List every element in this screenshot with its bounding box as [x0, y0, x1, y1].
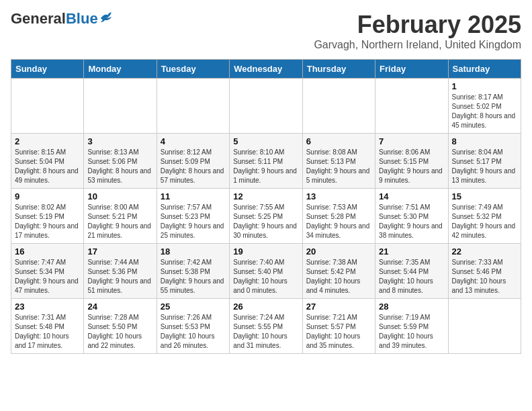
day-info: Sunrise: 7:53 AM Sunset: 5:28 PM Dayligh… [306, 203, 371, 240]
calendar-cell: 22Sunrise: 7:33 AM Sunset: 5:46 PM Dayli… [448, 244, 521, 299]
day-number: 1 [452, 81, 517, 91]
calendar-cell: 7Sunrise: 8:06 AM Sunset: 5:15 PM Daylig… [375, 134, 448, 189]
day-info: Sunrise: 8:13 AM Sunset: 5:06 PM Dayligh… [87, 148, 152, 185]
day-info: Sunrise: 7:49 AM Sunset: 5:32 PM Dayligh… [452, 203, 517, 240]
day-info: Sunrise: 8:06 AM Sunset: 5:15 PM Dayligh… [379, 148, 444, 185]
calendar-cell: 19Sunrise: 7:40 AM Sunset: 5:40 PM Dayli… [230, 244, 302, 299]
day-info: Sunrise: 7:57 AM Sunset: 5:23 PM Dayligh… [161, 203, 226, 240]
calendar-week-row: 9Sunrise: 8:02 AM Sunset: 5:19 PM Daylig… [11, 189, 521, 244]
calendar-cell [84, 79, 157, 134]
weekday-header-row: SundayMondayTuesdayWednesdayThursdayFrid… [11, 60, 521, 79]
weekday-header-tuesday: Tuesday [157, 60, 229, 79]
day-number: 10 [87, 191, 152, 201]
day-number: 19 [233, 246, 298, 257]
calendar-cell [448, 299, 521, 354]
day-number: 24 [87, 302, 152, 312]
day-info: Sunrise: 7:55 AM Sunset: 5:25 PM Dayligh… [233, 203, 298, 240]
day-number: 28 [379, 302, 444, 312]
day-info: Sunrise: 7:28 AM Sunset: 5:50 PM Dayligh… [87, 313, 152, 351]
calendar-cell [157, 79, 229, 134]
day-number: 7 [379, 136, 444, 146]
calendar-cell [11, 79, 84, 134]
calendar-week-row: 2Sunrise: 8:15 AM Sunset: 5:04 PM Daylig… [11, 134, 521, 189]
day-number: 26 [233, 302, 298, 312]
day-info: Sunrise: 7:24 AM Sunset: 5:55 PM Dayligh… [233, 313, 298, 351]
day-info: Sunrise: 8:00 AM Sunset: 5:21 PM Dayligh… [87, 203, 152, 240]
calendar-cell: 11Sunrise: 7:57 AM Sunset: 5:23 PM Dayli… [157, 189, 229, 244]
calendar-cell: 2Sunrise: 8:15 AM Sunset: 5:04 PM Daylig… [11, 134, 84, 189]
day-number: 4 [161, 136, 226, 146]
day-number: 14 [379, 191, 444, 201]
day-info: Sunrise: 8:10 AM Sunset: 5:11 PM Dayligh… [233, 148, 298, 185]
day-number: 21 [379, 246, 444, 257]
day-info: Sunrise: 7:40 AM Sunset: 5:40 PM Dayligh… [233, 258, 298, 295]
day-number: 20 [306, 246, 371, 257]
page-header: GeneralBlue February 2025 Garvagh, North… [11, 11, 521, 51]
calendar-cell: 23Sunrise: 7:31 AM Sunset: 5:48 PM Dayli… [11, 299, 84, 354]
logo: GeneralBlue [11, 11, 114, 27]
weekday-header-monday: Monday [84, 60, 157, 79]
day-number: 6 [306, 136, 371, 146]
month-title: February 2025 [314, 11, 521, 39]
day-info: Sunrise: 7:38 AM Sunset: 5:42 PM Dayligh… [306, 258, 371, 295]
day-info: Sunrise: 7:33 AM Sunset: 5:46 PM Dayligh… [452, 258, 517, 295]
logo-text: GeneralBlue [11, 11, 98, 27]
day-number: 22 [452, 246, 517, 257]
calendar-cell: 4Sunrise: 8:12 AM Sunset: 5:09 PM Daylig… [157, 134, 229, 189]
calendar-cell: 1Sunrise: 8:17 AM Sunset: 5:02 PM Daylig… [448, 79, 521, 134]
day-info: Sunrise: 7:51 AM Sunset: 5:30 PM Dayligh… [379, 203, 444, 240]
calendar-week-row: 16Sunrise: 7:47 AM Sunset: 5:34 PM Dayli… [11, 244, 521, 299]
calendar-week-row: 1Sunrise: 8:17 AM Sunset: 5:02 PM Daylig… [11, 79, 521, 134]
calendar-cell: 10Sunrise: 8:00 AM Sunset: 5:21 PM Dayli… [84, 189, 157, 244]
day-info: Sunrise: 7:21 AM Sunset: 5:57 PM Dayligh… [306, 313, 371, 351]
day-number: 16 [15, 246, 80, 257]
day-info: Sunrise: 7:44 AM Sunset: 5:36 PM Dayligh… [87, 258, 152, 295]
calendar-cell: 6Sunrise: 8:08 AM Sunset: 5:13 PM Daylig… [302, 134, 375, 189]
calendar-cell: 15Sunrise: 7:49 AM Sunset: 5:32 PM Dayli… [448, 189, 521, 244]
calendar-table: SundayMondayTuesdayWednesdayThursdayFrid… [11, 59, 521, 354]
logo-bird-icon [99, 11, 114, 24]
calendar-cell: 8Sunrise: 8:04 AM Sunset: 5:17 PM Daylig… [448, 134, 521, 189]
day-info: Sunrise: 7:19 AM Sunset: 5:59 PM Dayligh… [379, 313, 444, 351]
day-info: Sunrise: 7:47 AM Sunset: 5:34 PM Dayligh… [15, 258, 80, 295]
weekday-header-sunday: Sunday [11, 60, 84, 79]
day-info: Sunrise: 8:12 AM Sunset: 5:09 PM Dayligh… [161, 148, 226, 185]
day-info: Sunrise: 8:02 AM Sunset: 5:19 PM Dayligh… [15, 203, 80, 240]
weekday-header-saturday: Saturday [448, 60, 521, 79]
calendar-cell: 18Sunrise: 7:42 AM Sunset: 5:38 PM Dayli… [157, 244, 229, 299]
weekday-header-wednesday: Wednesday [230, 60, 302, 79]
calendar-week-row: 23Sunrise: 7:31 AM Sunset: 5:48 PM Dayli… [11, 299, 521, 354]
day-number: 3 [87, 136, 152, 146]
day-number: 18 [161, 246, 226, 257]
day-number: 17 [87, 246, 152, 257]
calendar-cell [375, 79, 448, 134]
calendar-header: SundayMondayTuesdayWednesdayThursdayFrid… [11, 60, 521, 79]
day-info: Sunrise: 7:26 AM Sunset: 5:53 PM Dayligh… [161, 313, 226, 351]
calendar-body: 1Sunrise: 8:17 AM Sunset: 5:02 PM Daylig… [11, 79, 521, 354]
day-info: Sunrise: 8:15 AM Sunset: 5:04 PM Dayligh… [15, 148, 80, 185]
day-number: 9 [15, 191, 80, 201]
calendar-cell: 26Sunrise: 7:24 AM Sunset: 5:55 PM Dayli… [230, 299, 302, 354]
calendar-cell [302, 79, 375, 134]
calendar-cell: 5Sunrise: 8:10 AM Sunset: 5:11 PM Daylig… [230, 134, 302, 189]
day-info: Sunrise: 8:08 AM Sunset: 5:13 PM Dayligh… [306, 148, 371, 185]
day-number: 15 [452, 191, 517, 201]
day-info: Sunrise: 8:17 AM Sunset: 5:02 PM Dayligh… [452, 93, 517, 130]
day-info: Sunrise: 7:35 AM Sunset: 5:44 PM Dayligh… [379, 258, 444, 295]
calendar-cell: 20Sunrise: 7:38 AM Sunset: 5:42 PM Dayli… [302, 244, 375, 299]
day-info: Sunrise: 7:31 AM Sunset: 5:48 PM Dayligh… [15, 313, 80, 351]
calendar-cell: 28Sunrise: 7:19 AM Sunset: 5:59 PM Dayli… [375, 299, 448, 354]
calendar-cell: 16Sunrise: 7:47 AM Sunset: 5:34 PM Dayli… [11, 244, 84, 299]
calendar-cell: 24Sunrise: 7:28 AM Sunset: 5:50 PM Dayli… [84, 299, 157, 354]
day-number: 27 [306, 302, 371, 312]
calendar-cell: 9Sunrise: 8:02 AM Sunset: 5:19 PM Daylig… [11, 189, 84, 244]
day-number: 12 [233, 191, 298, 201]
day-number: 13 [306, 191, 371, 201]
calendar-cell: 27Sunrise: 7:21 AM Sunset: 5:57 PM Dayli… [302, 299, 375, 354]
title-block: February 2025 Garvagh, Northern Ireland,… [314, 11, 521, 51]
calendar-cell: 25Sunrise: 7:26 AM Sunset: 5:53 PM Dayli… [157, 299, 229, 354]
logo-general: General [11, 10, 66, 27]
day-number: 5 [233, 136, 298, 146]
day-number: 8 [452, 136, 517, 146]
day-info: Sunrise: 7:42 AM Sunset: 5:38 PM Dayligh… [161, 258, 226, 295]
